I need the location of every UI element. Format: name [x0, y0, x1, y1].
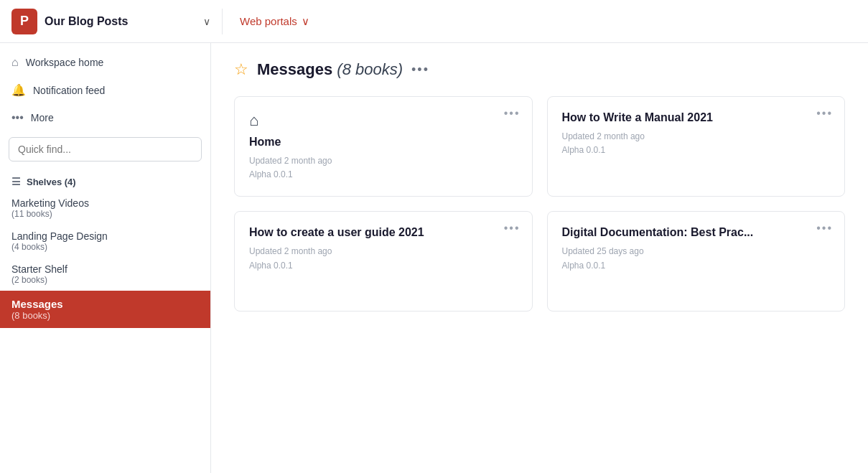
shelf-count: (2 books) [11, 275, 199, 285]
book-card[interactable]: ••• How to Write a Manual 2021 Updated 2… [547, 96, 846, 197]
main-content: ☆ Messages (8 books) ••• ••• ⌂ Home Upda… [211, 43, 868, 473]
card-more-button[interactable]: ••• [504, 222, 521, 235]
shelves-header: ☰ Shelves (4) [0, 167, 210, 192]
book-card[interactable]: ••• ⌂ Home Updated 2 month agoAlpha 0.0.… [234, 96, 533, 197]
sidebar-item-notification-feed[interactable]: 🔔 Notification feed [0, 76, 210, 104]
card-title: How to create a user guide 2021 [249, 226, 518, 239]
shelf-name: Landing Page Design [11, 230, 199, 242]
shelf-count: (8 books) [11, 310, 199, 321]
book-card[interactable]: ••• Digital Documentation: Best Prac... … [547, 211, 846, 312]
shelves-header-label: Shelves (4) [27, 177, 76, 187]
quick-find-container [0, 131, 210, 167]
bell-icon: 🔔 [11, 83, 26, 97]
quick-find-input[interactable] [9, 137, 202, 161]
card-meta: Updated 2 month agoAlpha 0.0.1 [562, 130, 831, 157]
sidebar-item-more[interactable]: ••• More [0, 104, 210, 131]
sidebar-shelf-marketing-videos[interactable]: Marketing Videos (11 books) [0, 192, 210, 225]
sidebar-workspace-home-label: Workspace home [26, 57, 104, 68]
portals-label: Web portals [240, 15, 297, 27]
cards-grid: ••• ⌂ Home Updated 2 month agoAlpha 0.0.… [234, 96, 845, 312]
sidebar-shelf-messages-active[interactable]: Messages (8 books) [0, 291, 210, 328]
header: P Our Blog Posts ∨ Web portals ∨ [0, 0, 868, 43]
main-header: ☆ Messages (8 books) ••• [234, 60, 845, 79]
portals-chevron-icon: ∨ [302, 15, 309, 28]
sidebar-shelf-landing-page[interactable]: Landing Page Design (4 books) [0, 225, 210, 258]
page-title: Messages (8 books) [257, 60, 403, 79]
card-meta: Updated 2 month agoAlpha 0.0.1 [249, 245, 518, 272]
web-portals-nav[interactable]: Web portals ∨ [240, 15, 309, 28]
card-more-button[interactable]: ••• [816, 107, 833, 120]
card-more-button[interactable]: ••• [504, 107, 521, 120]
card-meta: Updated 2 month agoAlpha 0.0.1 [249, 154, 518, 182]
layout: ⌂ Workspace home 🔔 Notification feed •••… [0, 43, 868, 473]
card-title: How to Write a Manual 2021 [562, 111, 831, 124]
brand-name: Our Blog Posts [45, 15, 128, 28]
sidebar-more-label: More [31, 112, 54, 123]
card-more-button[interactable]: ••• [816, 222, 833, 235]
shelves-icon: ☰ [11, 176, 21, 187]
book-card[interactable]: ••• How to create a user guide 2021 Upda… [234, 211, 533, 312]
more-dots-icon: ••• [11, 111, 24, 124]
sidebar: ⌂ Workspace home 🔔 Notification feed •••… [0, 43, 211, 473]
card-meta: Updated 25 days agoAlpha 0.0.1 [562, 245, 831, 272]
star-icon[interactable]: ☆ [234, 60, 248, 79]
sidebar-notification-label: Notification feed [33, 85, 105, 96]
shelf-name: Messages [11, 298, 199, 310]
sidebar-item-workspace-home[interactable]: ⌂ Workspace home [0, 49, 210, 76]
book-home-icon: ⌂ [249, 111, 258, 130]
sidebar-shelf-starter[interactable]: Starter Shelf (2 books) [0, 258, 210, 291]
shelf-name: Starter Shelf [11, 263, 199, 275]
brand-logo: P [11, 9, 37, 34]
card-title: Home [249, 136, 518, 149]
brand-selector[interactable]: P Our Blog Posts ∨ [11, 9, 223, 34]
main-more-button[interactable]: ••• [411, 62, 429, 78]
header-nav: Web portals ∨ [223, 15, 309, 28]
card-title: Digital Documentation: Best Prac... [562, 226, 831, 239]
brand-chevron-icon: ∨ [203, 16, 210, 27]
shelf-count: (11 books) [11, 209, 199, 219]
home-icon: ⌂ [11, 56, 19, 69]
shelf-name: Marketing Videos [11, 197, 199, 209]
shelf-count: (4 books) [11, 242, 199, 252]
